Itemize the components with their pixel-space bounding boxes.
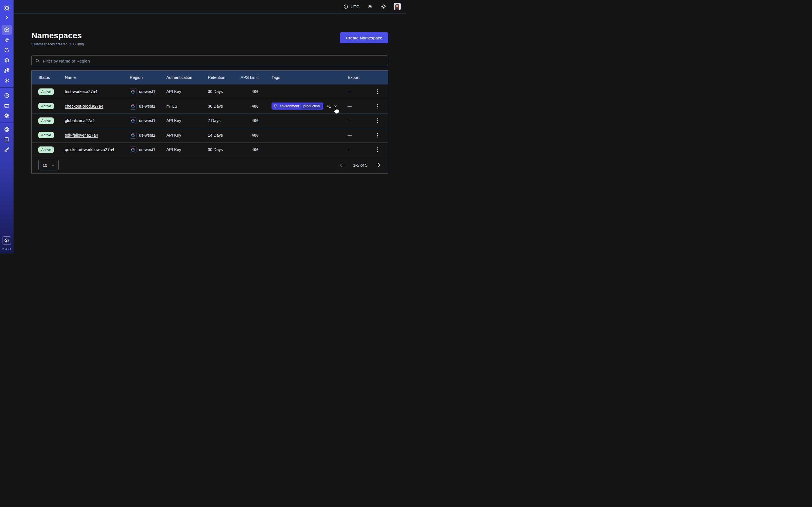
user-avatar[interactable] <box>394 3 401 10</box>
namespaces-table: Status Name Region Authentication Retent… <box>31 70 388 173</box>
avatar-image <box>394 3 401 10</box>
topbar: UTC <box>13 0 406 13</box>
app-version: 2.35.1 <box>2 247 11 251</box>
status-badge: Active <box>38 147 54 153</box>
auth-method: API Key <box>166 89 208 94</box>
auth-method: API Key <box>166 147 208 152</box>
sidebar-divider <box>0 122 13 123</box>
namespace-link[interactable]: test-worker.a27a4 <box>65 89 97 94</box>
table-row: Active checkout-prod.a27a4 us-west1 mTLS… <box>32 99 388 114</box>
sidebar-item-nexus[interactable] <box>0 65 13 75</box>
namespace-link[interactable]: globalizer.a27a4 <box>65 118 95 123</box>
aps-limit: 400 <box>240 118 271 123</box>
glasses-icon <box>367 3 373 10</box>
sidebar-item-getting-started[interactable] <box>0 145 13 155</box>
gear-icon <box>4 113 10 119</box>
export-value: — <box>348 133 367 137</box>
sidebar-item-deployments[interactable] <box>0 55 13 65</box>
arrow-left-icon <box>339 162 345 168</box>
column-header-aps-limit: APS Limit <box>240 75 271 80</box>
table-header-row: Status Name Region Authentication Retent… <box>32 71 388 84</box>
pagination-range: 1-5 of 5 <box>353 163 367 168</box>
export-value: — <box>348 104 367 108</box>
auth-method: mTLS <box>166 104 208 108</box>
aps-limit: 400 <box>240 89 271 94</box>
row-menu-kebab-icon[interactable] <box>374 103 382 110</box>
main-content: Namespaces 5 Namespaces created (100 lim… <box>31 13 388 173</box>
sidebar-item-monitor[interactable] <box>0 35 13 45</box>
sidebar: $ 2.35.1 <box>0 0 13 253</box>
column-header-retention: Retention <box>208 75 240 80</box>
namespace-link[interactable]: checkout-prod.a27a4 <box>65 104 103 108</box>
namespace-link[interactable]: sdk-failover.a27a4 <box>65 133 98 137</box>
sidebar-item-namespaces[interactable] <box>0 25 13 35</box>
status-badge: Active <box>38 103 54 109</box>
retention: 14 Days <box>208 133 240 137</box>
region-label: us-west1 <box>139 133 155 137</box>
column-header-name: Name <box>65 75 130 80</box>
page-subtitle: 5 Namespaces created (100 limit) <box>31 42 84 46</box>
row-menu-kebab-icon[interactable] <box>374 146 382 153</box>
sidebar-item-integrations[interactable] <box>0 75 13 86</box>
column-header-tags: Tags <box>271 75 348 80</box>
search-icon <box>35 58 40 63</box>
previous-page-button[interactable] <box>339 162 345 168</box>
temporal-logo-icon[interactable] <box>0 3 13 13</box>
namespace-link[interactable]: quickstart-workflows.a27a4 <box>65 147 114 152</box>
tag-more-count: +1 <box>326 104 331 108</box>
retention: 30 Days <box>208 104 240 108</box>
credit-card-icon <box>4 103 10 109</box>
sidebar-item-support[interactable] <box>0 124 13 135</box>
timezone-label: UTC <box>351 4 359 9</box>
gcp-cloud-icon <box>130 88 137 95</box>
page-title: Namespaces <box>31 31 84 40</box>
sidebar-expand-chevron-icon[interactable] <box>0 13 13 22</box>
sidebar-item-usage[interactable] <box>0 91 13 101</box>
timer-icon <box>4 47 10 53</box>
row-menu-kebab-icon[interactable] <box>374 131 382 139</box>
pagination: 1-5 of 5 <box>339 162 381 168</box>
sidebar-item-settings[interactable] <box>0 111 13 121</box>
column-header-authentication: Authentication <box>166 75 208 80</box>
table-row: Active test-worker.a27a4 us-west1 API Ke… <box>32 84 388 99</box>
table-row: Active sdk-failover.a27a4 us-west1 API K… <box>32 128 388 143</box>
sidebar-item-schedules[interactable] <box>0 45 13 55</box>
column-header-export: Export <box>348 75 367 80</box>
theme-toggle-button[interactable] <box>380 4 386 10</box>
sidebar-divider <box>0 87 13 88</box>
gcp-cloud-icon <box>130 103 137 110</box>
aps-limit: 400 <box>240 133 271 137</box>
status-badge: Active <box>38 89 54 95</box>
book-icon <box>4 136 10 143</box>
page-size-select[interactable]: 10 <box>38 160 59 170</box>
next-page-button[interactable] <box>375 162 381 168</box>
layers-icon <box>4 57 10 63</box>
tags-expand-chevron-icon[interactable] <box>333 104 338 108</box>
status-badge: Active <box>38 132 54 138</box>
retention: 30 Days <box>208 147 240 152</box>
aps-limit: 400 <box>240 104 271 108</box>
clock-icon <box>343 4 349 9</box>
retention: 30 Days <box>208 89 240 94</box>
auth-method: API Key <box>166 118 208 123</box>
filter-bar <box>31 55 388 66</box>
asterisk-icon <box>4 77 10 83</box>
cube-icon <box>4 27 10 33</box>
column-header-region: Region <box>130 75 166 80</box>
row-menu-kebab-icon[interactable] <box>374 117 382 124</box>
sidebar-item-billing[interactable] <box>0 101 13 111</box>
region-label: us-west1 <box>139 89 155 94</box>
table-row: Active quickstart-workflows.a27a4 us-wes… <box>32 142 388 157</box>
docs-glasses-button[interactable] <box>367 3 373 10</box>
retention: 7 Days <box>208 118 240 123</box>
rocket-icon <box>4 147 10 153</box>
sidebar-item-docs[interactable] <box>0 135 13 145</box>
export-value: — <box>348 118 367 123</box>
page-header: Namespaces 5 Namespaces created (100 lim… <box>31 31 388 46</box>
filter-input[interactable] <box>31 55 388 66</box>
row-menu-kebab-icon[interactable] <box>374 88 382 95</box>
tag-pill[interactable]: environment production <box>271 103 323 110</box>
timezone-selector[interactable]: UTC <box>343 4 359 9</box>
create-namespace-button[interactable]: Create Namespace <box>340 32 388 43</box>
dollar-badge-icon[interactable]: $ <box>3 236 11 245</box>
